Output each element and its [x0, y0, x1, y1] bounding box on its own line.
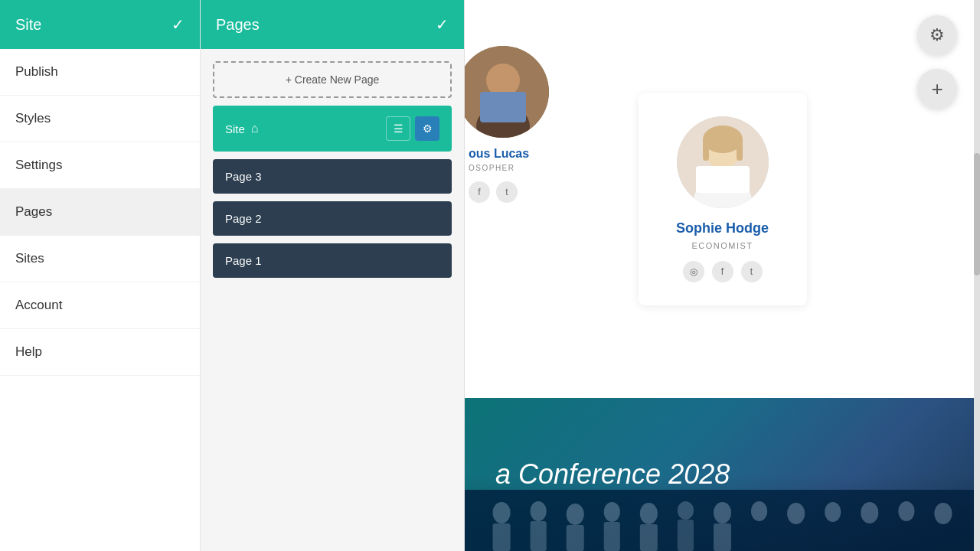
sidebar-item-publish[interactable]: Publish	[0, 49, 200, 96]
svg-rect-19	[604, 522, 620, 551]
svg-rect-21	[640, 524, 658, 551]
sidebar-item-account[interactable]: Account	[0, 282, 200, 329]
svg-point-27	[787, 503, 805, 524]
page3-item[interactable]: Page 3	[213, 159, 452, 194]
sidebar-header: Site ✓	[0, 0, 200, 49]
svg-rect-7	[696, 166, 750, 193]
sophie-role: ECONOMIST	[654, 241, 792, 250]
svg-point-12	[493, 502, 511, 523]
sidebar-item-help[interactable]: Help	[0, 329, 200, 376]
sidebar-item-styles[interactable]: Styles	[0, 96, 200, 142]
svg-rect-23	[678, 520, 694, 551]
float-plus-icon: +	[931, 77, 942, 101]
help-label: Help	[15, 344, 42, 359]
svg-point-29	[861, 502, 878, 523]
svg-rect-10	[737, 138, 743, 161]
svg-point-20	[640, 503, 658, 524]
lucas-partial-name: ous Lucas	[465, 147, 564, 161]
sophie-social: ◎ f t	[654, 261, 792, 282]
sidebar-nav: Publish Styles Settings Pages Sites Acco…	[0, 49, 200, 551]
page3-label: Page 3	[225, 170, 262, 183]
sites-label: Sites	[15, 251, 44, 266]
account-label: Account	[15, 298, 62, 312]
pages-panel: Pages ✓ + Create New Page Site ⌂ ☰ ⚙ Pag…	[201, 0, 465, 551]
team-section: ⚙ + ous Lucas	[465, 0, 980, 398]
sophie-twitter-icon[interactable]: t	[741, 261, 763, 282]
settings-label: Settings	[15, 158, 62, 172]
svg-rect-13	[493, 523, 511, 551]
create-new-page-button[interactable]: + Create New Page	[213, 61, 452, 98]
svg-rect-17	[567, 525, 584, 551]
lucas-facebook-icon[interactable]: f	[469, 181, 490, 203]
page1-item[interactable]: Page 1	[213, 243, 452, 278]
svg-rect-3	[480, 92, 526, 122]
svg-point-26	[751, 501, 767, 521]
pages-panel-title: Pages	[216, 16, 260, 34]
sidebar-title: Site	[15, 16, 41, 34]
svg-point-14	[531, 501, 547, 521]
create-page-label: + Create New Page	[286, 73, 380, 86]
left-sidebar: Site ✓ Publish Styles Settings Pages Sit…	[0, 0, 201, 551]
svg-point-31	[934, 503, 952, 524]
sophie-team-card: Sophie Hodge ECONOMIST ◎ f t	[639, 93, 807, 305]
page2-label: Page 2	[225, 212, 262, 225]
publish-label: Publish	[15, 64, 58, 79]
lucas-partial-role: OSOPHER	[465, 164, 564, 172]
conference-title: a Conference 2028	[495, 458, 730, 491]
main-content-wrapper: ⚙ + ous Lucas	[465, 0, 980, 551]
conference-banner: a Conference 2028	[465, 398, 980, 551]
site-page-item[interactable]: Site ⌂ ☰ ⚙	[213, 106, 452, 152]
float-gear-icon: ⚙	[929, 25, 945, 45]
sidebar-item-sites[interactable]: Sites	[0, 236, 200, 282]
svg-point-28	[825, 502, 841, 522]
lucas-twitter-icon[interactable]: t	[496, 181, 518, 203]
audience-strip	[465, 490, 980, 551]
lucas-avatar	[465, 46, 549, 138]
styles-label: Styles	[15, 111, 51, 126]
sidebar-item-pages[interactable]: Pages	[0, 189, 200, 236]
sophie-name: Sophie Hodge	[654, 220, 792, 236]
svg-point-22	[678, 501, 694, 520]
pages-content: + Create New Page Site ⌂ ☰ ⚙ Page 3 Page	[201, 49, 464, 290]
site-gear-button[interactable]: ⚙	[415, 116, 439, 141]
svg-point-18	[604, 502, 620, 522]
layers-icon-button[interactable]: ☰	[386, 116, 410, 141]
svg-rect-25	[714, 523, 731, 551]
sophie-avatar	[677, 116, 769, 208]
svg-rect-15	[531, 521, 547, 551]
site-page-label: Site	[225, 122, 245, 135]
svg-rect-9	[703, 138, 709, 161]
page2-item[interactable]: Page 2	[213, 201, 452, 236]
gear-icon: ⚙	[423, 122, 433, 135]
home-icon: ⌂	[251, 122, 259, 135]
site-page-icons: ☰ ⚙	[386, 116, 439, 141]
lucas-social: f t	[465, 181, 564, 203]
scrollbar-thumb[interactable]	[974, 153, 980, 276]
page1-label: Page 1	[225, 254, 262, 267]
sidebar-check-icon: ✓	[172, 15, 185, 34]
sophie-facebook-icon[interactable]: f	[712, 261, 733, 282]
main-content: ⚙ + ous Lucas	[465, 0, 980, 551]
pages-header: Pages ✓	[201, 0, 464, 49]
svg-point-24	[714, 502, 731, 523]
pages-label: Pages	[15, 204, 52, 219]
site-page-left: Site ⌂	[225, 122, 259, 135]
scrollbar[interactable]	[974, 0, 980, 551]
layers-icon: ☰	[394, 122, 403, 135]
svg-point-16	[567, 504, 584, 525]
sidebar-item-settings[interactable]: Settings	[0, 142, 200, 189]
floating-plus-button[interactable]: +	[917, 69, 957, 109]
partial-team-card: ous Lucas OSOPHER f t	[465, 46, 564, 203]
floating-gear-button[interactable]: ⚙	[917, 15, 957, 55]
pages-check-icon: ✓	[436, 15, 449, 34]
svg-point-30	[898, 501, 914, 521]
sophie-instagram-icon[interactable]: ◎	[683, 261, 704, 282]
